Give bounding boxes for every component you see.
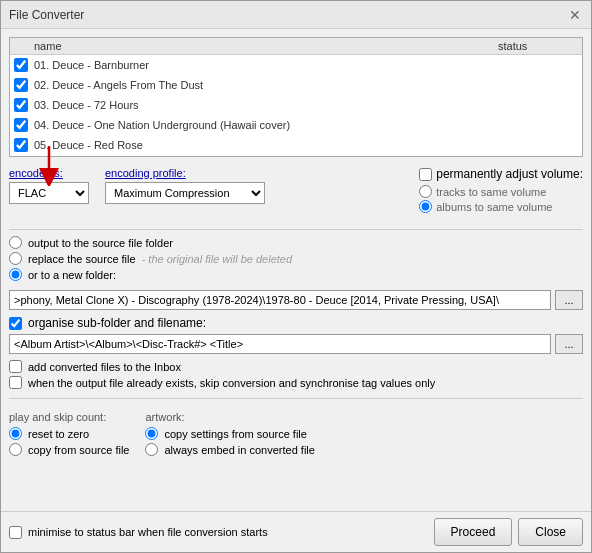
- minimise-row: minimise to status bar when file convers…: [9, 526, 434, 539]
- list-item: 04. Deuce - One Nation Underground (Hawa…: [10, 115, 582, 135]
- file-checkbox-4[interactable]: [14, 118, 28, 132]
- list-item: 01. Deuce - Barnburner: [10, 55, 582, 75]
- replace-source-radio[interactable]: [9, 252, 22, 265]
- file-name-5: 05. Deuce - Red Rose: [34, 139, 578, 151]
- copy-settings-row: copy settings from source file: [145, 427, 314, 440]
- main-content: name status 01. Deuce - Barnburner 02. D…: [1, 29, 591, 511]
- new-folder-row: or to a new folder:: [9, 268, 583, 281]
- volume-tracks-option: tracks to same volume: [419, 185, 583, 198]
- replace-source-row: replace the source file - the original f…: [9, 252, 583, 265]
- play-skip-label: play and skip count:: [9, 411, 129, 423]
- volume-checkbox[interactable]: [419, 168, 432, 181]
- replace-source-note: - the original file will be deleted: [142, 253, 292, 265]
- source-folder-radio[interactable]: [9, 236, 22, 249]
- volume-label: permanently adjust volume:: [436, 167, 583, 181]
- file-name-2: 02. Deuce - Angels From The Dust: [34, 79, 578, 91]
- new-folder-label: or to a new folder:: [28, 269, 116, 281]
- artwork-label: artwork:: [145, 411, 314, 423]
- embed-label: always embed in converted file: [164, 444, 314, 456]
- file-checkbox-3[interactable]: [14, 98, 28, 112]
- footer-buttons: Proceed Close: [434, 518, 583, 546]
- col-status-header: status: [498, 40, 578, 52]
- col-name-header: name: [14, 40, 498, 52]
- volume-header: permanently adjust volume:: [419, 167, 583, 181]
- subfolder-pattern-input[interactable]: [9, 334, 551, 354]
- title-bar: File Converter ✕: [1, 1, 591, 29]
- copy-source-radio[interactable]: [9, 443, 22, 456]
- add-inbox-row: add converted files to the Inbox: [9, 360, 583, 373]
- list-item: 03. Deuce - 72 Hours: [10, 95, 582, 115]
- file-checkbox-2[interactable]: [14, 78, 28, 92]
- volume-albums-label: albums to same volume: [436, 201, 552, 213]
- divider-1: [9, 229, 583, 230]
- folder-path-input[interactable]: [9, 290, 551, 310]
- volume-tracks-radio[interactable]: [419, 185, 432, 198]
- organise-checkbox[interactable]: [9, 317, 22, 330]
- window-title: File Converter: [9, 8, 84, 22]
- reset-zero-row: reset to zero: [9, 427, 129, 440]
- file-list-header: name status: [10, 38, 582, 55]
- file-name-4: 04. Deuce - One Nation Underground (Hawa…: [34, 119, 578, 131]
- file-list-container: name status 01. Deuce - Barnburner 02. D…: [9, 37, 583, 157]
- footer: minimise to status bar when file convers…: [1, 511, 591, 552]
- output-options: output to the source file folder replace…: [9, 236, 583, 284]
- minimise-checkbox[interactable]: [9, 526, 22, 539]
- minimise-label: minimise to status bar when file convers…: [28, 526, 268, 538]
- encoding-profile-select[interactable]: Maximum Compression High Quality Medium …: [105, 182, 265, 204]
- copy-source-label: copy from source file: [28, 444, 129, 456]
- new-folder-radio[interactable]: [9, 268, 22, 281]
- file-converter-window: File Converter ✕ name status 01. Deuce -…: [0, 0, 592, 553]
- volume-tracks-label: tracks to same volume: [436, 186, 546, 198]
- volume-group: permanently adjust volume: tracks to sam…: [419, 167, 583, 215]
- skip-existing-checkbox[interactable]: [9, 376, 22, 389]
- reset-zero-label: reset to zero: [28, 428, 89, 440]
- divider-2: [9, 398, 583, 399]
- bottom-section: play and skip count: reset to zero copy …: [9, 411, 583, 459]
- file-name-3: 03. Deuce - 72 Hours: [34, 99, 578, 111]
- volume-albums-radio[interactable]: [419, 200, 432, 213]
- source-folder-row: output to the source file folder: [9, 236, 583, 249]
- subfolder-browse-button[interactable]: ...: [555, 334, 583, 354]
- embed-row: always embed in converted file: [145, 443, 314, 456]
- encode-select[interactable]: FLAC MP3 AAC OGG WAV: [9, 182, 89, 204]
- skip-existing-row: when the output file already exists, ski…: [9, 376, 583, 389]
- copy-settings-radio[interactable]: [145, 427, 158, 440]
- encode-as-group: encode as: FLAC MP3 AAC OGG WAV: [9, 167, 89, 204]
- subfolder-path-row: ...: [9, 334, 583, 354]
- encode-as-label: encode as:: [9, 167, 89, 179]
- file-name-1: 01. Deuce - Barnburner: [34, 59, 578, 71]
- add-inbox-checkbox[interactable]: [9, 360, 22, 373]
- encode-row: encode as: FLAC MP3 AAC OGG WAV: [9, 167, 583, 215]
- copy-settings-label: copy settings from source file: [164, 428, 306, 440]
- folder-browse-button[interactable]: ...: [555, 290, 583, 310]
- list-item: 05. Deuce - Red Rose: [10, 135, 582, 155]
- encoding-profile-group: encoding profile: Maximum Compression Hi…: [105, 167, 265, 204]
- artwork-group: artwork: copy settings from source file …: [145, 411, 314, 459]
- source-folder-label: output to the source file folder: [28, 237, 173, 249]
- play-skip-group: play and skip count: reset to zero copy …: [9, 411, 129, 459]
- file-checkbox-1[interactable]: [14, 58, 28, 72]
- close-window-button[interactable]: ✕: [567, 7, 583, 23]
- file-checkbox-5[interactable]: [14, 138, 28, 152]
- organise-label: organise sub-folder and filename:: [28, 316, 206, 330]
- embed-radio[interactable]: [145, 443, 158, 456]
- add-inbox-label: add converted files to the Inbox: [28, 361, 181, 373]
- skip-existing-label: when the output file already exists, ski…: [28, 377, 435, 389]
- volume-albums-option: albums to same volume: [419, 200, 583, 213]
- copy-source-row: copy from source file: [9, 443, 129, 456]
- reset-zero-radio[interactable]: [9, 427, 22, 440]
- close-button[interactable]: Close: [518, 518, 583, 546]
- proceed-button[interactable]: Proceed: [434, 518, 513, 546]
- folder-path-row: ...: [9, 290, 583, 310]
- list-item: 02. Deuce - Angels From The Dust: [10, 75, 582, 95]
- subfolder-row: organise sub-folder and filename:: [9, 316, 583, 330]
- encoding-profile-label: encoding profile:: [105, 167, 265, 179]
- replace-source-label: replace the source file: [28, 253, 136, 265]
